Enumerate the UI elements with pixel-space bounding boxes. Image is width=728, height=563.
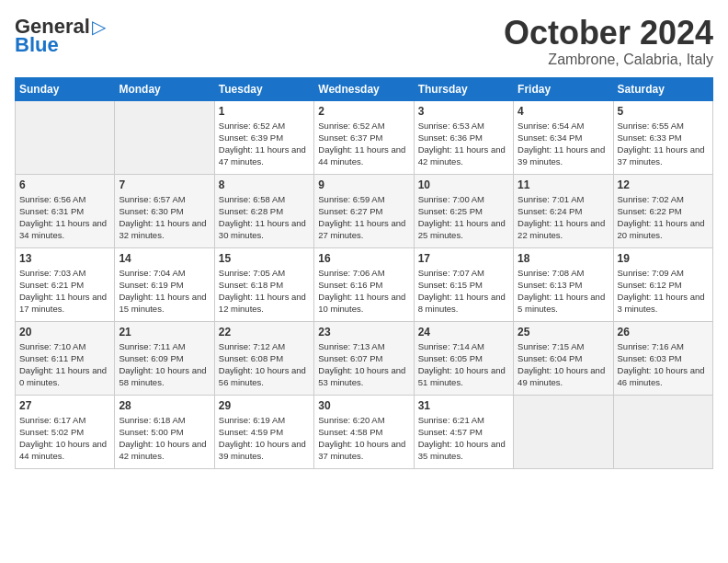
day-number: 18: [518, 252, 609, 265]
calendar-week-3: 13Sunrise: 7:03 AMSunset: 6:21 PMDayligh…: [16, 247, 713, 321]
day-header-thursday: Thursday: [414, 77, 513, 100]
day-number: 2: [318, 105, 409, 118]
calendar-cell: 28Sunrise: 6:18 AMSunset: 5:00 PMDayligh…: [115, 395, 214, 468]
calendar-cell: 25Sunrise: 7:15 AMSunset: 6:04 PMDayligh…: [514, 321, 613, 395]
day-header-monday: Monday: [115, 77, 214, 100]
day-header-tuesday: Tuesday: [214, 77, 313, 100]
day-number: 4: [518, 105, 609, 118]
day-number: 22: [219, 326, 310, 339]
day-info: Sunrise: 6:55 AMSunset: 6:33 PMDaylight:…: [618, 120, 709, 168]
logo: General ▷ Blue: [15, 15, 106, 57]
day-info: Sunrise: 7:08 AMSunset: 6:13 PMDaylight:…: [518, 267, 609, 316]
calendar-week-4: 20Sunrise: 7:10 AMSunset: 6:11 PMDayligh…: [16, 321, 713, 395]
day-number: 10: [418, 178, 509, 191]
day-number: 17: [418, 252, 509, 265]
logo-blue-text: Blue: [15, 33, 59, 57]
day-info: Sunrise: 6:52 AMSunset: 6:39 PMDaylight:…: [219, 120, 310, 168]
calendar-header-row: SundayMondayTuesdayWednesdayThursdayFrid…: [16, 77, 713, 100]
day-info: Sunrise: 7:10 AMSunset: 6:11 PMDaylight:…: [19, 340, 110, 389]
day-info: Sunrise: 6:19 AMSunset: 4:59 PMDaylight:…: [219, 414, 310, 463]
calendar-table: SundayMondayTuesdayWednesdayThursdayFrid…: [15, 77, 713, 469]
day-header-wednesday: Wednesday: [314, 77, 414, 100]
day-info: Sunrise: 6:53 AMSunset: 6:36 PMDaylight:…: [418, 120, 509, 168]
day-info: Sunrise: 6:21 AMSunset: 4:57 PMDaylight:…: [418, 414, 509, 463]
day-number: 14: [119, 252, 210, 265]
day-info: Sunrise: 6:57 AMSunset: 6:30 PMDaylight:…: [119, 193, 210, 242]
calendar-cell: 4Sunrise: 6:54 AMSunset: 6:34 PMDaylight…: [514, 100, 613, 174]
day-info: Sunrise: 7:02 AMSunset: 6:22 PMDaylight:…: [618, 193, 709, 242]
calendar-cell: 13Sunrise: 7:03 AMSunset: 6:21 PMDayligh…: [16, 247, 115, 321]
day-number: 24: [418, 326, 509, 339]
calendar-cell: [613, 395, 712, 468]
calendar-cell: 1Sunrise: 6:52 AMSunset: 6:39 PMDaylight…: [214, 100, 313, 174]
calendar-cell: [115, 100, 214, 174]
calendar-cell: 12Sunrise: 7:02 AMSunset: 6:22 PMDayligh…: [613, 174, 712, 247]
calendar-cell: 2Sunrise: 6:52 AMSunset: 6:37 PMDaylight…: [314, 100, 414, 174]
day-info: Sunrise: 6:58 AMSunset: 6:28 PMDaylight:…: [219, 193, 310, 242]
calendar-cell: [514, 395, 613, 468]
calendar-cell: 26Sunrise: 7:16 AMSunset: 6:03 PMDayligh…: [613, 321, 712, 395]
day-info: Sunrise: 7:05 AMSunset: 6:18 PMDaylight:…: [219, 267, 310, 316]
day-info: Sunrise: 7:07 AMSunset: 6:15 PMDaylight:…: [418, 267, 509, 316]
day-number: 6: [19, 178, 110, 191]
day-header-friday: Friday: [514, 77, 613, 100]
calendar-cell: 17Sunrise: 7:07 AMSunset: 6:15 PMDayligh…: [414, 247, 513, 321]
day-number: 9: [318, 178, 409, 191]
day-number: 29: [219, 399, 310, 412]
day-number: 13: [19, 252, 110, 265]
calendar-cell: 27Sunrise: 6:17 AMSunset: 5:02 PMDayligh…: [16, 395, 115, 468]
day-info: Sunrise: 7:03 AMSunset: 6:21 PMDaylight:…: [19, 267, 110, 316]
calendar-cell: 21Sunrise: 7:11 AMSunset: 6:09 PMDayligh…: [115, 321, 214, 395]
calendar-cell: 5Sunrise: 6:55 AMSunset: 6:33 PMDaylight…: [613, 100, 712, 174]
calendar-cell: 23Sunrise: 7:13 AMSunset: 6:07 PMDayligh…: [314, 321, 414, 395]
day-number: 28: [119, 399, 210, 412]
day-number: 30: [318, 399, 409, 412]
calendar-container: General ▷ Blue October 2024 Zambrone, Ca…: [0, 0, 728, 477]
day-info: Sunrise: 6:52 AMSunset: 6:37 PMDaylight:…: [318, 120, 409, 168]
calendar-cell: 18Sunrise: 7:08 AMSunset: 6:13 PMDayligh…: [514, 247, 613, 321]
day-info: Sunrise: 7:04 AMSunset: 6:19 PMDaylight:…: [119, 267, 210, 316]
calendar-cell: 30Sunrise: 6:20 AMSunset: 4:58 PMDayligh…: [314, 395, 414, 468]
calendar-header: General ▷ Blue October 2024 Zambrone, Ca…: [15, 15, 713, 68]
calendar-cell: 29Sunrise: 6:19 AMSunset: 4:59 PMDayligh…: [214, 395, 313, 468]
day-info: Sunrise: 6:59 AMSunset: 6:27 PMDaylight:…: [318, 193, 409, 242]
title-block: October 2024 Zambrone, Calabria, Italy: [504, 15, 713, 68]
calendar-week-2: 6Sunrise: 6:56 AMSunset: 6:31 PMDaylight…: [16, 174, 713, 247]
logo-bird-icon: ▷: [92, 16, 106, 38]
day-info: Sunrise: 6:56 AMSunset: 6:31 PMDaylight:…: [19, 193, 110, 242]
calendar-cell: 19Sunrise: 7:09 AMSunset: 6:12 PMDayligh…: [613, 247, 712, 321]
calendar-cell: 3Sunrise: 6:53 AMSunset: 6:36 PMDaylight…: [414, 100, 513, 174]
day-info: Sunrise: 7:06 AMSunset: 6:16 PMDaylight:…: [318, 267, 409, 316]
location: Zambrone, Calabria, Italy: [504, 52, 713, 68]
day-info: Sunrise: 6:17 AMSunset: 5:02 PMDaylight:…: [19, 414, 110, 463]
calendar-week-1: 1Sunrise: 6:52 AMSunset: 6:39 PMDaylight…: [16, 100, 713, 174]
day-header-sunday: Sunday: [16, 77, 115, 100]
day-number: 8: [219, 178, 310, 191]
day-info: Sunrise: 6:18 AMSunset: 5:00 PMDaylight:…: [119, 414, 210, 463]
calendar-week-5: 27Sunrise: 6:17 AMSunset: 5:02 PMDayligh…: [16, 395, 713, 468]
day-info: Sunrise: 7:11 AMSunset: 6:09 PMDaylight:…: [119, 340, 210, 389]
day-number: 5: [618, 105, 709, 118]
day-number: 31: [418, 399, 509, 412]
calendar-cell: [16, 100, 115, 174]
day-number: 27: [19, 399, 110, 412]
day-number: 25: [518, 326, 609, 339]
day-number: 3: [418, 105, 509, 118]
day-info: Sunrise: 7:15 AMSunset: 6:04 PMDaylight:…: [518, 340, 609, 389]
day-number: 23: [318, 326, 409, 339]
day-number: 7: [119, 178, 210, 191]
day-header-saturday: Saturday: [613, 77, 712, 100]
day-info: Sunrise: 6:20 AMSunset: 4:58 PMDaylight:…: [318, 414, 409, 463]
day-number: 26: [618, 326, 709, 339]
day-number: 15: [219, 252, 310, 265]
calendar-cell: 11Sunrise: 7:01 AMSunset: 6:24 PMDayligh…: [514, 174, 613, 247]
calendar-cell: 9Sunrise: 6:59 AMSunset: 6:27 PMDaylight…: [314, 174, 414, 247]
day-info: Sunrise: 6:54 AMSunset: 6:34 PMDaylight:…: [518, 120, 609, 168]
calendar-cell: 16Sunrise: 7:06 AMSunset: 6:16 PMDayligh…: [314, 247, 414, 321]
calendar-cell: 10Sunrise: 7:00 AMSunset: 6:25 PMDayligh…: [414, 174, 513, 247]
calendar-cell: 24Sunrise: 7:14 AMSunset: 6:05 PMDayligh…: [414, 321, 513, 395]
day-number: 12: [618, 178, 709, 191]
calendar-cell: 22Sunrise: 7:12 AMSunset: 6:08 PMDayligh…: [214, 321, 313, 395]
month-title: October 2024: [504, 15, 713, 52]
calendar-cell: 8Sunrise: 6:58 AMSunset: 6:28 PMDaylight…: [214, 174, 313, 247]
